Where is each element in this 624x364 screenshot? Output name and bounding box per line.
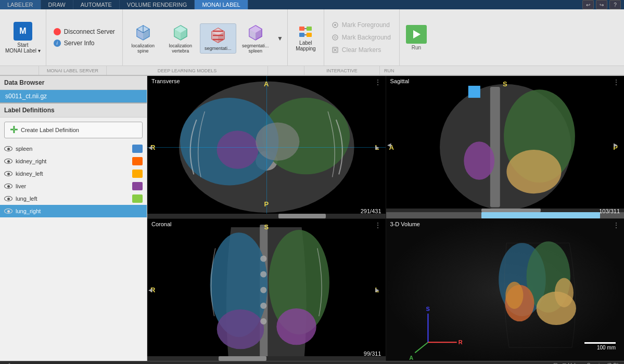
model-localization-spine[interactable]: localizationspine: [125, 21, 161, 56]
plus-icon: ✛: [10, 124, 18, 136]
svg-rect-24: [307, 27, 312, 31]
sagittal-scrollbar-area[interactable]: [386, 212, 625, 218]
eye-icon-kidney-left[interactable]: [4, 171, 12, 176]
viewport-sagittal[interactable]: Sagittal ⋮ S: [386, 76, 625, 218]
model-segmentation-label: segmentati...: [205, 46, 232, 51]
coronal-label: Coronal: [151, 221, 172, 227]
scroll-left-icon[interactable]: ◀: [5, 361, 10, 364]
3d-menu[interactable]: ⋮: [613, 221, 620, 229]
disconnect-server-button[interactable]: Disconnect Server: [52, 27, 117, 36]
model-localization-vertebra[interactable]: localizationvertebra: [162, 21, 199, 56]
sagittal-scrollbar-thumb[interactable]: [481, 212, 601, 218]
label-item-kidney-left[interactable]: kidney_left: [0, 167, 147, 180]
run-button[interactable]: [406, 25, 427, 44]
clear-markers-button[interactable]: Clear Markers: [328, 45, 395, 55]
svg-point-67: [554, 278, 573, 307]
sagittal-hscrollbar-thumb[interactable]: [481, 209, 541, 212]
top-right-controls: ↩ ↪ ?: [582, 0, 624, 9]
coronal-scan: [147, 219, 386, 361]
mark-background-button[interactable]: Mark Background: [328, 32, 395, 43]
label-item-spleen[interactable]: spleen: [0, 142, 147, 155]
transverse-hscrollbar[interactable]: [147, 214, 386, 218]
transverse-scan: [147, 76, 386, 218]
svg-point-42: [256, 122, 299, 161]
model-segmentation-active[interactable]: segmentati...: [200, 23, 236, 54]
coronal-hscrollbar[interactable]: [147, 356, 386, 361]
label-item-liver[interactable]: liver: [0, 180, 147, 192]
coronal-counter: 99/311: [364, 350, 381, 357]
server-section: Disconnect Server i Server Info: [46, 9, 123, 66]
transverse-dir-top: A: [264, 80, 269, 88]
svg-point-47: [506, 150, 561, 193]
data-item-ct[interactable]: s0011_ct.nii.gz: [0, 90, 147, 102]
label-mapping-button[interactable]: LabelMapping: [288, 9, 324, 66]
sagittal-dir-top: S: [503, 80, 507, 88]
deep-learning-label: DEEP LEARNING MODELS: [107, 66, 268, 75]
start-monai-label-button[interactable]: StartMONAI Label ▾: [5, 42, 41, 54]
transverse-counter: 291/431: [361, 208, 381, 214]
svg-text:R: R: [458, 339, 462, 345]
label-item-kidney-right[interactable]: kidney_right: [0, 155, 147, 167]
mark-foreground-button[interactable]: Mark Foreground: [328, 20, 395, 30]
transverse-left-arrow[interactable]: ◀: [148, 144, 152, 150]
transverse-menu[interactable]: ⋮: [374, 78, 381, 86]
models-expand-button[interactable]: ▼: [275, 35, 285, 42]
label-color-liver: [132, 182, 143, 190]
redo-button[interactable]: ↪: [596, 0, 607, 9]
svg-point-48: [464, 141, 494, 180]
disconnect-server-label: Disconnect Server: [64, 28, 115, 35]
eye-icon-lung-left[interactable]: [4, 196, 12, 201]
run-section: Run: [400, 9, 433, 66]
menu-draw[interactable]: DRAW: [41, 0, 73, 9]
label-definitions-title: Label Definitions: [0, 103, 147, 118]
transverse-label: Transverse: [151, 78, 180, 84]
menu-monai-label[interactable]: MONAI LABEL: [195, 0, 248, 9]
coronal-right-arrow[interactable]: ▶: [375, 287, 379, 293]
eye-icon-kidney-right[interactable]: [4, 159, 12, 164]
model-segmentation-spleen[interactable]: segmentati...spleen: [237, 21, 274, 56]
create-label-definition-button[interactable]: ✛ Create Label Definition: [4, 122, 143, 138]
eye-icon-liver[interactable]: [4, 184, 12, 189]
3d-label: 3-D Volume: [390, 221, 420, 227]
sagittal-hscrollbar[interactable]: [386, 209, 625, 212]
monai-logo: M: [14, 22, 32, 41]
viewport-3d[interactable]: 3-D Volume ⋮: [386, 219, 625, 361]
server-info-button[interactable]: i Server Info: [52, 38, 117, 48]
label-mapping-icon: [297, 23, 314, 40]
transverse-hscrollbar-thumb[interactable]: [278, 214, 326, 218]
sagittal-left-arrow[interactable]: ◀: [387, 142, 391, 148]
viewport-transverse[interactable]: Transverse ⋮: [147, 76, 386, 218]
scale-bar-label: 100 mm: [597, 345, 616, 350]
menu-labeler[interactable]: LABELER: [0, 0, 41, 9]
coronal-menu[interactable]: ⋮: [374, 221, 381, 229]
svg-rect-49: [468, 86, 480, 98]
svg-rect-22: [299, 27, 304, 31]
sagittal-menu[interactable]: ⋮: [613, 78, 620, 86]
label-item-lung-right[interactable]: lung_right: [0, 205, 147, 217]
svg-point-57: [260, 271, 266, 277]
svg-text:A: A: [409, 355, 413, 361]
label-color-spleen: [132, 145, 143, 153]
model-segmentation-spleen-label: segmentati...spleen: [242, 43, 269, 54]
svg-rect-45: [490, 87, 500, 207]
eye-icon-lung-right[interactable]: [4, 209, 12, 214]
coronal-left-arrow[interactable]: ◀: [148, 287, 152, 293]
svg-point-55: [276, 308, 316, 344]
model-localization-spine-label: localizationspine: [132, 43, 155, 54]
clear-markers-label: Clear Markers: [342, 46, 381, 54]
undo-button[interactable]: ↩: [582, 0, 594, 9]
transverse-right-arrow[interactable]: ▶: [375, 144, 379, 150]
eye-icon-spleen[interactable]: [4, 146, 12, 151]
sagittal-right-arrow[interactable]: ▶: [614, 142, 618, 148]
sagittal-label: Sagittal: [390, 78, 410, 84]
interactive-section: Mark Foreground Mark Background Cle: [324, 9, 400, 66]
menu-volume-rendering[interactable]: VOLUME RENDERING: [120, 0, 195, 9]
menu-automate[interactable]: AUTOMATE: [73, 0, 120, 9]
monai-server-label: MONAI LABEL SERVER: [39, 66, 107, 75]
label-item-lung-left[interactable]: lung_left: [0, 192, 147, 205]
svg-rect-25: [307, 33, 312, 37]
viewport-coronal[interactable]: Coronal ⋮: [147, 219, 386, 361]
help-button[interactable]: ?: [609, 0, 621, 9]
svg-point-30: [333, 35, 338, 40]
coronal-hscrollbar-thumb[interactable]: [219, 356, 266, 361]
